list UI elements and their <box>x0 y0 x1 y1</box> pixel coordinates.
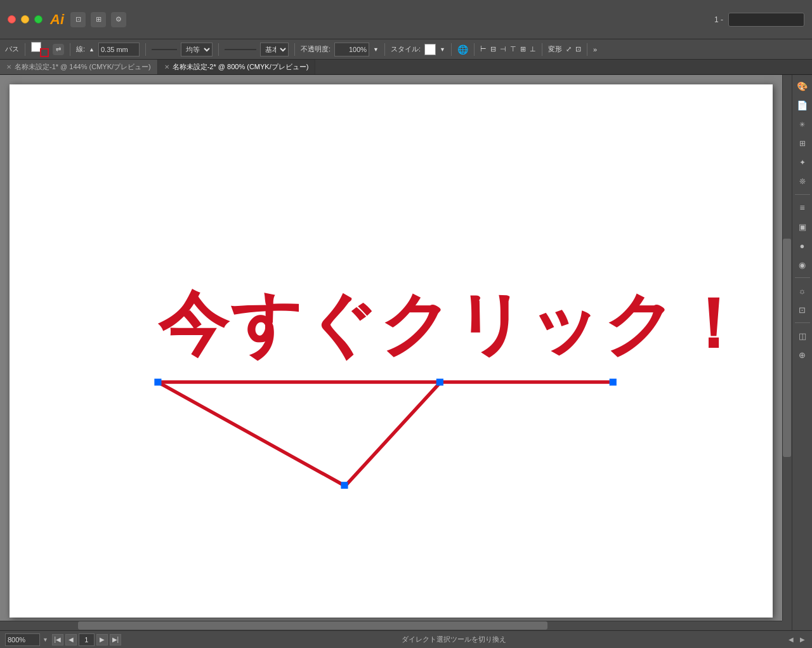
tab-2-close-icon[interactable]: ✕ <box>164 63 169 70</box>
horizontal-scrollbar-thumb[interactable] <box>78 621 547 630</box>
artwork-svg: 今すぐクリック！ <box>10 84 773 618</box>
scroll-right-icon[interactable]: ▶ <box>798 635 807 644</box>
status-message: ダイレクト選択ツールを切り換え <box>125 635 783 644</box>
toolbar-divider-7 <box>451 43 452 56</box>
stroke-up-icon[interactable]: ▲ <box>89 46 95 53</box>
opacity-down-icon[interactable]: ▼ <box>373 46 379 53</box>
stroke-label: 線: <box>76 44 85 54</box>
path-label: パス <box>5 44 19 54</box>
stroke-style-line <box>225 49 256 50</box>
layers2-panel-icon[interactable]: ◫ <box>794 327 811 344</box>
stroke-weight-input[interactable] <box>98 43 140 56</box>
toolbar-divider-10 <box>587 43 587 56</box>
opacity-input[interactable] <box>334 43 369 56</box>
stroke-style-select[interactable]: 基本 <box>260 43 289 56</box>
vertical-scrollbar-thumb[interactable] <box>783 239 791 457</box>
toolbar-divider-5 <box>294 43 295 56</box>
titlebar: Ai ⊡ ⊞ ⚙ 1 - <box>0 0 812 39</box>
grid-panel-icon[interactable]: ⊞ <box>794 135 811 152</box>
minimize-button[interactable] <box>21 15 29 23</box>
zoom-control: ▼ <box>5 633 48 646</box>
toolbar-divider-9 <box>542 43 542 56</box>
transparency-panel-icon[interactable]: ☼ <box>794 282 811 299</box>
appearance-panel-icon[interactable]: ● <box>794 237 811 254</box>
artboards-panel-icon[interactable]: ⊡ <box>794 301 811 318</box>
scroll-left-icon[interactable]: ◀ <box>787 635 796 644</box>
pathfinder-panel-icon[interactable]: ▣ <box>794 218 811 235</box>
align-panel-icon[interactable]: ≡ <box>794 199 811 216</box>
align-right-icon[interactable]: ⊣ <box>500 45 506 53</box>
fill-stroke-indicator[interactable] <box>31 42 49 57</box>
layers-icon[interactable]: 📄 <box>794 97 811 114</box>
svg-rect-5 <box>610 379 617 386</box>
vertical-scrollbar[interactable] <box>782 75 792 621</box>
links-panel-icon[interactable]: ⊕ <box>794 347 811 363</box>
maximize-button[interactable] <box>34 15 43 23</box>
search-input[interactable] <box>728 13 804 27</box>
svg-text:今すぐクリック！: 今すぐクリック！ <box>157 285 750 362</box>
symbol-panel-icon[interactable]: ❊ <box>794 173 811 190</box>
transform-label: 変形 <box>548 44 562 54</box>
first-page-button[interactable]: |◀ <box>52 634 63 645</box>
transform-icon[interactable]: ⤢ <box>566 45 572 53</box>
zoom-dropdown-icon[interactable]: ▼ <box>43 637 48 643</box>
zoom-input[interactable] <box>5 633 40 646</box>
arrange-icon[interactable]: ⊞ <box>91 12 106 27</box>
stroke-align-select[interactable]: 均等 <box>181 43 213 56</box>
prev-page-button[interactable]: ◀ <box>65 634 77 645</box>
toolbar-divider-8 <box>474 43 475 56</box>
tab-1[interactable]: ✕ 名称未設定-1* @ 144% (CMYK/プレビュー) <box>0 60 158 74</box>
page-number-input[interactable] <box>79 633 95 646</box>
statusbar: ▼ |◀ ◀ ▶ ▶| ダイレクト選択ツールを切り換え ◀ ▶ <box>0 630 812 648</box>
canvas-area[interactable]: 今すぐクリック！ <box>0 75 792 630</box>
swap-fill-stroke-icon[interactable]: ⇄ <box>53 44 64 55</box>
last-page-button[interactable]: ▶| <box>110 634 121 645</box>
close-button[interactable] <box>8 15 16 23</box>
svg-rect-4 <box>436 379 443 386</box>
align-center-h-icon[interactable]: ⊟ <box>490 45 496 53</box>
tab-1-label: 名称未設定-1* @ 144% (CMYK/プレビュー) <box>15 62 151 72</box>
tabbar: ✕ 名称未設定-1* @ 144% (CMYK/プレビュー) ✕ 名称未設定-2… <box>0 60 812 75</box>
color-swatches-icon[interactable]: 🎨 <box>794 78 811 95</box>
artboard: 今すぐクリック！ <box>10 84 773 618</box>
opacity-label: 不透明度: <box>301 44 331 54</box>
toolbar-divider-3 <box>145 43 146 56</box>
main-area: 今すぐクリック！ 🎨 📄 ✳ ⊞ ✦ <box>0 75 812 630</box>
globe-icon[interactable]: 🌐 <box>457 44 468 55</box>
stroke-box[interactable] <box>40 48 49 57</box>
minimize-window-icon[interactable]: ⊡ <box>70 12 86 27</box>
align-center-v-icon[interactable]: ⊞ <box>520 45 526 53</box>
page-navigation: |◀ ◀ ▶ ▶| <box>52 633 121 646</box>
tab-1-close-icon[interactable]: ✕ <box>6 63 11 70</box>
stroke-weight-value[interactable] <box>98 43 140 56</box>
statusbar-right: ◀ ▶ <box>787 635 807 644</box>
next-page-button[interactable]: ▶ <box>96 634 108 645</box>
panel-divider-3 <box>795 322 810 323</box>
puppet-warp-panel-icon[interactable]: ✦ <box>794 154 811 171</box>
horizontal-scrollbar[interactable] <box>0 621 782 630</box>
titlebar-right: 1 - <box>714 13 804 27</box>
transform-panel-icon[interactable]: ✳ <box>794 116 811 133</box>
tab-2[interactable]: ✕ 名称未設定-2* @ 800% (CMYK/プレビュー) <box>158 60 316 74</box>
panel-divider-2 <box>795 277 810 278</box>
svg-rect-2 <box>154 379 161 386</box>
stroke-line-preview <box>152 49 177 50</box>
more-icon[interactable]: » <box>593 46 597 53</box>
arrange-icon[interactable]: ⊡ <box>575 45 581 53</box>
graphic-styles-panel-icon[interactable]: ◉ <box>794 256 811 273</box>
panel-divider-1 <box>795 194 810 195</box>
style-swatch[interactable] <box>424 44 436 55</box>
tab-2-label: 名称未設定-2* @ 800% (CMYK/プレビュー) <box>173 62 309 72</box>
toolbar-divider-4 <box>218 43 219 56</box>
align-left-icon[interactable]: ⊢ <box>480 45 487 53</box>
traffic-lights <box>8 15 43 23</box>
align-bottom-icon[interactable]: ⊥ <box>530 45 536 53</box>
tools-icon[interactable]: ⚙ <box>111 12 126 27</box>
toolbar: パス ⇄ 線: ▲ 均等 基本 不透明度: ▼ スタイル: ▼ 🌐 ⊢ ⊟ ⊣ … <box>0 39 812 60</box>
svg-rect-3 <box>341 482 348 489</box>
page-indicator: 1 - <box>714 15 723 24</box>
align-top-icon[interactable]: ⊤ <box>510 45 516 53</box>
style-dropdown-icon[interactable]: ▼ <box>440 46 445 53</box>
app-logo: Ai <box>50 11 64 28</box>
right-panel: 🎨 📄 ✳ ⊞ ✦ ❊ ≡ ▣ ● ◉ ☼ ⊡ ◫ ⊕ <box>792 75 812 630</box>
